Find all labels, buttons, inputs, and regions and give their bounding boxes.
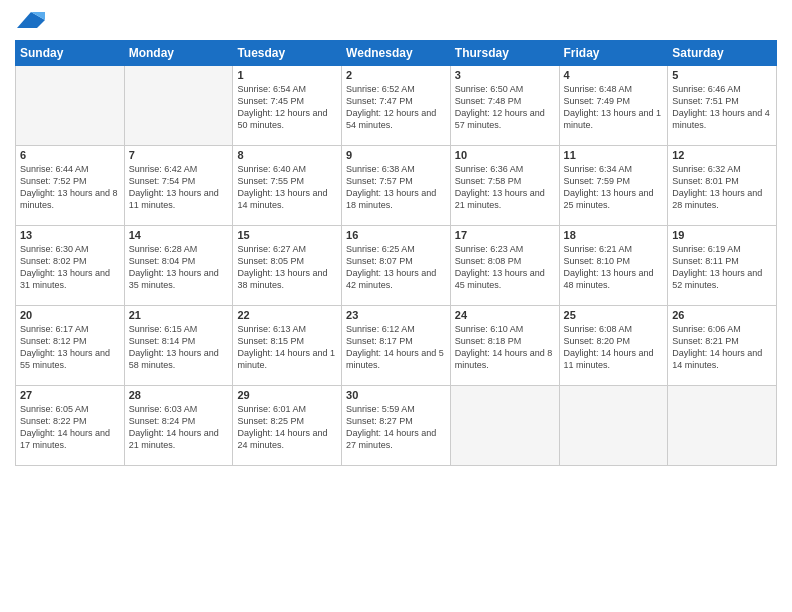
calendar-cell: 20Sunrise: 6:17 AM Sunset: 8:12 PM Dayli… [16,306,125,386]
day-number: 8 [237,149,337,161]
calendar-cell: 22Sunrise: 6:13 AM Sunset: 8:15 PM Dayli… [233,306,342,386]
day-number: 5 [672,69,772,81]
calendar-cell: 17Sunrise: 6:23 AM Sunset: 8:08 PM Dayli… [450,226,559,306]
day-info: Sunrise: 6:10 AM Sunset: 8:18 PM Dayligh… [455,323,555,372]
calendar-cell [16,66,125,146]
day-number: 25 [564,309,664,321]
week-row-5: 27Sunrise: 6:05 AM Sunset: 8:22 PM Dayli… [16,386,777,466]
day-info: Sunrise: 6:48 AM Sunset: 7:49 PM Dayligh… [564,83,664,132]
weekday-header-sunday: Sunday [16,41,125,66]
calendar-cell: 4Sunrise: 6:48 AM Sunset: 7:49 PM Daylig… [559,66,668,146]
logo [15,10,45,32]
day-number: 22 [237,309,337,321]
day-number: 17 [455,229,555,241]
day-number: 3 [455,69,555,81]
calendar-cell [124,66,233,146]
calendar-cell: 14Sunrise: 6:28 AM Sunset: 8:04 PM Dayli… [124,226,233,306]
calendar-cell: 9Sunrise: 6:38 AM Sunset: 7:57 PM Daylig… [342,146,451,226]
calendar-cell [559,386,668,466]
day-info: Sunrise: 6:50 AM Sunset: 7:48 PM Dayligh… [455,83,555,132]
day-info: Sunrise: 6:42 AM Sunset: 7:54 PM Dayligh… [129,163,229,212]
calendar-cell: 29Sunrise: 6:01 AM Sunset: 8:25 PM Dayli… [233,386,342,466]
calendar-cell: 13Sunrise: 6:30 AM Sunset: 8:02 PM Dayli… [16,226,125,306]
day-number: 27 [20,389,120,401]
day-number: 21 [129,309,229,321]
day-info: Sunrise: 6:08 AM Sunset: 8:20 PM Dayligh… [564,323,664,372]
day-info: Sunrise: 6:32 AM Sunset: 8:01 PM Dayligh… [672,163,772,212]
day-info: Sunrise: 6:01 AM Sunset: 8:25 PM Dayligh… [237,403,337,452]
calendar-cell: 7Sunrise: 6:42 AM Sunset: 7:54 PM Daylig… [124,146,233,226]
day-info: Sunrise: 6:25 AM Sunset: 8:07 PM Dayligh… [346,243,446,292]
day-number: 7 [129,149,229,161]
day-number: 24 [455,309,555,321]
weekday-header-tuesday: Tuesday [233,41,342,66]
weekday-header-row: SundayMondayTuesdayWednesdayThursdayFrid… [16,41,777,66]
calendar-cell: 3Sunrise: 6:50 AM Sunset: 7:48 PM Daylig… [450,66,559,146]
day-info: Sunrise: 6:23 AM Sunset: 8:08 PM Dayligh… [455,243,555,292]
day-info: Sunrise: 6:17 AM Sunset: 8:12 PM Dayligh… [20,323,120,372]
day-info: Sunrise: 6:54 AM Sunset: 7:45 PM Dayligh… [237,83,337,132]
day-number: 18 [564,229,664,241]
day-info: Sunrise: 6:44 AM Sunset: 7:52 PM Dayligh… [20,163,120,212]
week-row-2: 6Sunrise: 6:44 AM Sunset: 7:52 PM Daylig… [16,146,777,226]
calendar-cell: 11Sunrise: 6:34 AM Sunset: 7:59 PM Dayli… [559,146,668,226]
weekday-header-wednesday: Wednesday [342,41,451,66]
day-info: Sunrise: 6:13 AM Sunset: 8:15 PM Dayligh… [237,323,337,372]
day-info: Sunrise: 6:30 AM Sunset: 8:02 PM Dayligh… [20,243,120,292]
day-number: 6 [20,149,120,161]
week-row-3: 13Sunrise: 6:30 AM Sunset: 8:02 PM Dayli… [16,226,777,306]
day-number: 1 [237,69,337,81]
day-info: Sunrise: 6:19 AM Sunset: 8:11 PM Dayligh… [672,243,772,292]
calendar-cell: 1Sunrise: 6:54 AM Sunset: 7:45 PM Daylig… [233,66,342,146]
calendar-cell: 30Sunrise: 5:59 AM Sunset: 8:27 PM Dayli… [342,386,451,466]
day-info: Sunrise: 6:05 AM Sunset: 8:22 PM Dayligh… [20,403,120,452]
day-info: Sunrise: 6:46 AM Sunset: 7:51 PM Dayligh… [672,83,772,132]
logo-icon [17,10,45,32]
day-number: 15 [237,229,337,241]
calendar-cell: 5Sunrise: 6:46 AM Sunset: 7:51 PM Daylig… [668,66,777,146]
day-number: 13 [20,229,120,241]
day-info: Sunrise: 6:36 AM Sunset: 7:58 PM Dayligh… [455,163,555,212]
day-number: 29 [237,389,337,401]
calendar-cell [668,386,777,466]
day-number: 20 [20,309,120,321]
day-info: Sunrise: 5:59 AM Sunset: 8:27 PM Dayligh… [346,403,446,452]
calendar-table: SundayMondayTuesdayWednesdayThursdayFrid… [15,40,777,466]
day-info: Sunrise: 6:12 AM Sunset: 8:17 PM Dayligh… [346,323,446,372]
day-number: 14 [129,229,229,241]
calendar-cell: 27Sunrise: 6:05 AM Sunset: 8:22 PM Dayli… [16,386,125,466]
calendar-cell: 24Sunrise: 6:10 AM Sunset: 8:18 PM Dayli… [450,306,559,386]
day-info: Sunrise: 6:28 AM Sunset: 8:04 PM Dayligh… [129,243,229,292]
day-info: Sunrise: 6:52 AM Sunset: 7:47 PM Dayligh… [346,83,446,132]
day-number: 2 [346,69,446,81]
day-info: Sunrise: 6:27 AM Sunset: 8:05 PM Dayligh… [237,243,337,292]
day-number: 12 [672,149,772,161]
calendar-cell: 25Sunrise: 6:08 AM Sunset: 8:20 PM Dayli… [559,306,668,386]
calendar-cell: 6Sunrise: 6:44 AM Sunset: 7:52 PM Daylig… [16,146,125,226]
day-info: Sunrise: 6:03 AM Sunset: 8:24 PM Dayligh… [129,403,229,452]
day-number: 26 [672,309,772,321]
calendar-cell: 16Sunrise: 6:25 AM Sunset: 8:07 PM Dayli… [342,226,451,306]
calendar-cell: 10Sunrise: 6:36 AM Sunset: 7:58 PM Dayli… [450,146,559,226]
weekday-header-friday: Friday [559,41,668,66]
day-info: Sunrise: 6:21 AM Sunset: 8:10 PM Dayligh… [564,243,664,292]
calendar-cell: 19Sunrise: 6:19 AM Sunset: 8:11 PM Dayli… [668,226,777,306]
day-number: 4 [564,69,664,81]
weekday-header-thursday: Thursday [450,41,559,66]
day-info: Sunrise: 6:40 AM Sunset: 7:55 PM Dayligh… [237,163,337,212]
calendar-cell: 15Sunrise: 6:27 AM Sunset: 8:05 PM Dayli… [233,226,342,306]
day-number: 23 [346,309,446,321]
page: SundayMondayTuesdayWednesdayThursdayFrid… [0,0,792,612]
day-info: Sunrise: 6:06 AM Sunset: 8:21 PM Dayligh… [672,323,772,372]
calendar-cell: 18Sunrise: 6:21 AM Sunset: 8:10 PM Dayli… [559,226,668,306]
day-number: 11 [564,149,664,161]
calendar-cell [450,386,559,466]
header [15,10,777,32]
calendar-cell: 28Sunrise: 6:03 AM Sunset: 8:24 PM Dayli… [124,386,233,466]
calendar-cell: 23Sunrise: 6:12 AM Sunset: 8:17 PM Dayli… [342,306,451,386]
calendar-cell: 21Sunrise: 6:15 AM Sunset: 8:14 PM Dayli… [124,306,233,386]
day-info: Sunrise: 6:15 AM Sunset: 8:14 PM Dayligh… [129,323,229,372]
day-number: 30 [346,389,446,401]
calendar-cell: 26Sunrise: 6:06 AM Sunset: 8:21 PM Dayli… [668,306,777,386]
day-number: 16 [346,229,446,241]
